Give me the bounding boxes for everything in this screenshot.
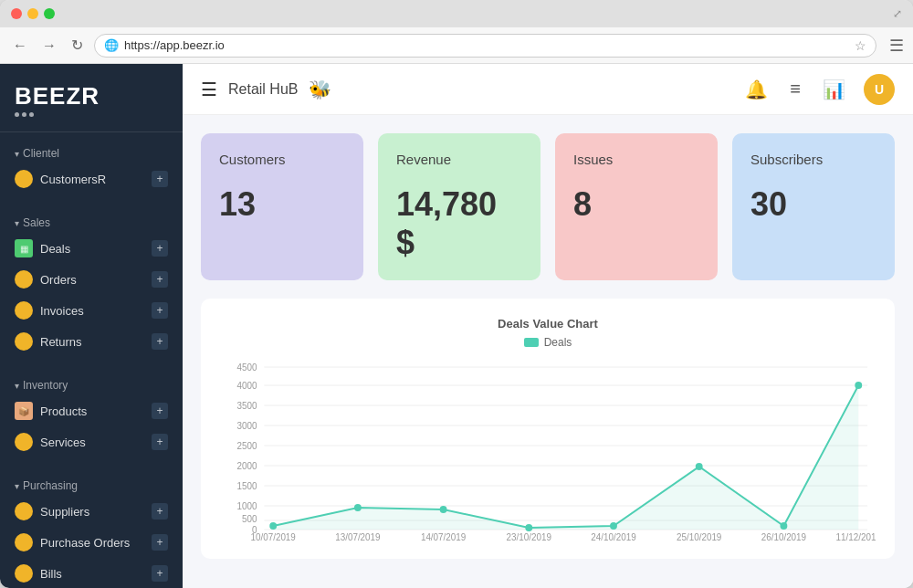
chart-dot-5	[696, 463, 703, 470]
url-text: https://app.beezr.io	[124, 38, 849, 52]
back-button[interactable]: ←	[9, 36, 31, 56]
sidebar-section-clientel-header[interactable]: ▾ Clientel	[0, 140, 183, 163]
list-icon[interactable]: ≡	[790, 79, 801, 100]
logo-dot-2	[22, 112, 26, 117]
main-content: ☰ Retail HuB 🐝 🔔 ≡ 📊 U Customers 13 Reve…	[183, 64, 913, 588]
stat-revenue-value: 14,780 $	[396, 185, 522, 262]
sidebar-item-customersr[interactable]: CustomersR +	[0, 163, 183, 194]
chart-dot-7	[855, 382, 862, 389]
legend-box	[524, 338, 539, 347]
customersr-plus-button[interactable]: +	[152, 171, 168, 187]
purchase-orders-plus-button[interactable]: +	[152, 534, 168, 551]
svg-text:25/10/2019: 25/10/2019	[677, 532, 722, 541]
invoices-plus-button[interactable]: +	[152, 302, 168, 319]
bills-icon	[15, 564, 33, 583]
chart-container: Deals Value Chart Deals	[201, 299, 895, 559]
chart-dot-1	[354, 504, 362, 511]
services-plus-button[interactable]: +	[152, 434, 168, 450]
stat-card-revenue: Revenue 14,780 $	[378, 133, 540, 280]
chart-dot-4	[610, 522, 617, 530]
minimize-dot[interactable]	[27, 8, 38, 19]
chevron-down-icon: ▾	[15, 149, 19, 159]
sidebar-section-purchasing-header[interactable]: ▾ Purchasing	[0, 472, 183, 496]
returns-icon	[15, 332, 33, 351]
svg-text:1500: 1500	[236, 481, 257, 491]
hamburger-icon[interactable]: ☰	[201, 79, 217, 100]
products-plus-button[interactable]: +	[152, 403, 168, 419]
customersr-icon	[15, 170, 33, 188]
suppliers-plus-button[interactable]: +	[152, 503, 168, 520]
address-bar[interactable]: 🌐 https://app.beezr.io ☆	[94, 34, 876, 58]
svg-text:4500: 4500	[236, 362, 257, 373]
sidebar-section-inventory: ▾ Inventory 📦 Products + Services +	[0, 364, 183, 465]
browser-menu-icon[interactable]: ☰	[889, 36, 904, 56]
stat-subscribers-value: 30	[750, 185, 876, 224]
chart-dot-2	[440, 506, 447, 513]
stat-card-subscribers: Subscribers 30	[732, 133, 895, 280]
sidebar-item-bills[interactable]: Bills +	[0, 558, 183, 588]
browser-window: ⤢ ← → ↻ 🌐 https://app.beezr.io ☆ ☰ BEEZR	[0, 0, 913, 588]
stat-issues-value: 8	[573, 185, 699, 224]
chevron-down-icon-sales: ▾	[15, 218, 19, 228]
bookmark-icon[interactable]: ☆	[855, 38, 866, 53]
chart-title: Deals Value Chart	[219, 317, 876, 331]
globe-icon: 🌐	[104, 38, 119, 52]
sidebar-item-purchase-orders-label: Purchase Orders	[40, 536, 152, 550]
products-icon: 📦	[15, 402, 33, 420]
sidebar-item-invoices[interactable]: Invoices +	[0, 295, 183, 326]
sidebar-item-purchase-orders[interactable]: Purchase Orders +	[0, 527, 183, 558]
logo-dots	[15, 112, 168, 117]
stat-revenue-label: Revenue	[396, 152, 522, 167]
svg-text:3000: 3000	[236, 421, 257, 431]
sidebar-item-services[interactable]: Services +	[0, 426, 183, 457]
sidebar-item-deals[interactable]: ▦ Deals +	[0, 233, 183, 264]
maximize-dot[interactable]	[44, 8, 55, 19]
browser-titlebar: ⤢	[0, 0, 913, 27]
sidebar-item-customersr-label: CustomersR	[40, 173, 152, 186]
sidebar-section-inventory-header[interactable]: ▾ Inventory	[0, 372, 183, 395]
topbar-title: Retail HuB	[228, 81, 298, 98]
sidebar-item-suppliers[interactable]: Suppliers +	[0, 496, 183, 527]
sidebar-section-purchasing-label: Purchasing	[23, 479, 78, 492]
notification-bell-icon[interactable]: 🔔	[745, 79, 768, 100]
deals-icon: ▦	[15, 239, 33, 257]
sidebar-section-sales-label: Sales	[23, 216, 50, 229]
forward-button[interactable]: →	[38, 36, 60, 56]
user-avatar[interactable]: U	[864, 74, 895, 105]
stats-grid: Customers 13 Revenue 14,780 $ Issues 8 S…	[183, 115, 913, 299]
bills-plus-button[interactable]: +	[152, 565, 168, 582]
chevron-down-icon-purchasing: ▾	[15, 481, 19, 491]
orders-plus-button[interactable]: +	[152, 271, 168, 288]
sidebar-section-purchasing: ▾ Purchasing Suppliers + Purchase Orders…	[0, 465, 183, 588]
svg-text:23/10/2019: 23/10/2019	[507, 532, 552, 541]
bar-chart-icon[interactable]: 📊	[823, 79, 845, 100]
stat-card-customers: Customers 13	[201, 133, 363, 280]
sidebar-item-returns[interactable]: Returns +	[0, 326, 183, 357]
chart-area: 4500 4000 3500 3000 2500 2000 1500 1000 …	[219, 358, 876, 541]
chart-dot-3	[525, 524, 532, 531]
sidebar-section-sales: ▾ Sales ▦ Deals + Orders + Invoices +	[0, 202, 183, 364]
svg-text:14/07/2019: 14/07/2019	[421, 532, 467, 541]
deals-chart: 4500 4000 3500 3000 2500 2000 1500 1000 …	[219, 358, 876, 541]
sidebar-item-products[interactable]: 📦 Products +	[0, 395, 183, 426]
svg-text:2500: 2500	[236, 441, 257, 451]
purchase-orders-icon	[15, 533, 33, 551]
svg-text:10/07/2019: 10/07/2019	[251, 532, 297, 541]
refresh-button[interactable]: ↻	[68, 35, 87, 56]
logo-dot-1	[15, 112, 19, 117]
expand-icon[interactable]: ⤢	[893, 7, 902, 20]
close-dot[interactable]	[11, 8, 22, 19]
logo-dot-3	[29, 112, 34, 117]
svg-text:13/07/2019: 13/07/2019	[335, 532, 381, 541]
sidebar-item-returns-label: Returns	[40, 335, 152, 349]
svg-text:11/12/2019: 11/12/2019	[836, 532, 876, 541]
sidebar-section-sales-header[interactable]: ▾ Sales	[0, 209, 183, 233]
browser-toolbar: ← → ↻ 🌐 https://app.beezr.io ☆ ☰	[0, 27, 913, 64]
deals-plus-button[interactable]: +	[152, 240, 168, 257]
svg-text:3500: 3500	[236, 401, 257, 411]
logo-text: BEEZR	[15, 82, 168, 110]
sidebar-item-orders[interactable]: Orders +	[0, 264, 183, 295]
svg-text:2000: 2000	[236, 461, 257, 471]
returns-plus-button[interactable]: +	[152, 333, 168, 350]
stat-card-issues: Issues 8	[555, 133, 718, 280]
